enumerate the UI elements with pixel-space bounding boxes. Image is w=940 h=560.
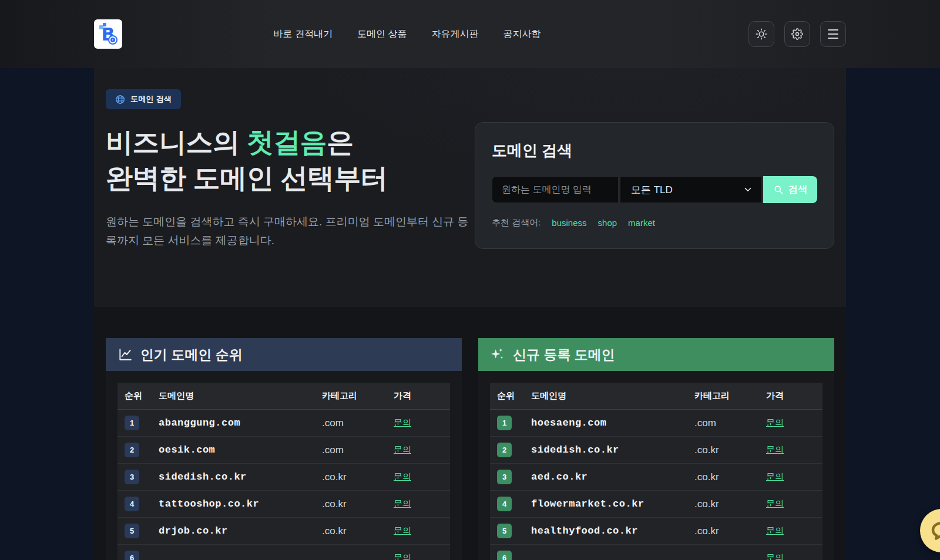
- globe-icon: [115, 95, 125, 104]
- new-domains-table: 순위 도메인명 카테고리 가격 1 hoesaeng.com .com 문의 2: [490, 383, 822, 560]
- popular-domains-title: 인기 도메인 순위: [140, 346, 243, 364]
- domain-search-badge: 도메인 검색: [106, 89, 181, 109]
- tld-selected-value: 모든 TLD: [631, 183, 673, 197]
- domain-category: .co.kr: [315, 518, 387, 545]
- table-row: 1 hoesaeng.com .com 문의: [490, 410, 822, 437]
- rank-badge: 4: [125, 497, 139, 511]
- search-icon: [773, 184, 784, 195]
- new-domains-header: 신규 등록 도메인: [478, 338, 834, 371]
- domain-category: .co.kr: [315, 491, 387, 518]
- table-row: 1 abanggung.com .com 문의: [118, 410, 450, 437]
- domain-name-input[interactable]: [492, 176, 619, 203]
- popular-domains-header: 인기 도메인 순위: [106, 338, 462, 371]
- new-domains-title: 신규 등록 도메인: [513, 346, 615, 364]
- rank-badge: 3: [125, 470, 139, 484]
- domain-name: oesik.com: [152, 437, 315, 464]
- logo-pixel-decor: [103, 23, 106, 26]
- sparkles-icon: [490, 347, 505, 362]
- column-header-domain: 도메인명: [524, 383, 687, 410]
- menu-button[interactable]: [820, 21, 846, 47]
- inquiry-link[interactable]: 문의: [766, 471, 784, 481]
- table-row: 4 tattooshop.co.kr .co.kr 문의: [118, 491, 450, 518]
- rank-badge: 4: [497, 497, 512, 511]
- theme-toggle-button[interactable]: [748, 21, 774, 47]
- rank-badge: 1: [497, 416, 512, 430]
- popular-domains-table: 순위 도메인명 카테고리 가격 1 abanggung.com .com 문의 …: [118, 383, 450, 560]
- domain-name: [524, 545, 687, 560]
- table-row: 6 문의: [490, 545, 822, 560]
- rank-badge: 1: [125, 416, 139, 430]
- search-card-title: 도메인 검색: [492, 140, 817, 161]
- rank-badge: 5: [125, 524, 139, 538]
- column-header-price: 가격: [387, 383, 450, 410]
- table-row: 3 aed.co.kr .co.kr 문의: [490, 464, 822, 491]
- nav-item-domain-products[interactable]: 도메인 상품: [357, 28, 407, 41]
- inquiry-link[interactable]: 문의: [394, 525, 411, 535]
- column-header-rank: 순위: [118, 383, 152, 410]
- domain-category: .co.kr: [687, 518, 759, 545]
- domain-category: .com: [315, 437, 387, 464]
- gear-icon: [791, 28, 803, 40]
- header-actions: [748, 21, 846, 47]
- hero-title-accent: 첫걸음: [247, 127, 327, 157]
- column-header-domain: 도메인명: [152, 383, 315, 410]
- inquiry-link[interactable]: 문의: [394, 417, 411, 427]
- inquiry-link[interactable]: 문의: [766, 552, 784, 560]
- domain-category: [687, 545, 759, 560]
- suggest-label: 추천 검색어:: [492, 217, 540, 228]
- inquiry-link[interactable]: 문의: [766, 444, 784, 454]
- hero-title: 비즈니스의 첫걸음은 완벽한 도메인 선택부터: [106, 124, 475, 196]
- domain-tables-section: 인기 도메인 순위 순위 도메인명 카테고리 가격 1 abanggung.co…: [94, 307, 846, 560]
- nav-item-notices[interactable]: 공지사항: [503, 28, 540, 41]
- inquiry-link[interactable]: 문의: [394, 552, 411, 560]
- column-header-category: 카테고리: [687, 383, 759, 410]
- domain-name: abanggung.com: [152, 410, 315, 437]
- suggest-link-shop[interactable]: shop: [598, 218, 617, 228]
- search-button[interactable]: 검색: [763, 176, 817, 203]
- domain-category: .co.kr: [687, 437, 759, 464]
- inquiry-link[interactable]: 문의: [394, 444, 411, 454]
- table-row: 6 문의: [118, 545, 450, 560]
- table-row: 4 flowermarket.co.kr .co.kr 문의: [490, 491, 822, 518]
- inquiry-link[interactable]: 문의: [394, 498, 411, 508]
- suggest-link-business[interactable]: business: [552, 218, 586, 228]
- inquiry-link[interactable]: 문의: [394, 471, 411, 481]
- domain-category: .co.kr: [315, 464, 387, 491]
- table-row: 2 sidedish.co.kr .co.kr 문의: [490, 437, 822, 464]
- settings-button[interactable]: [784, 21, 810, 47]
- domain-name: hoesaeng.com: [524, 410, 687, 437]
- domain-category: .com: [687, 410, 759, 437]
- table-row: 5 healthyfood.co.kr .co.kr 문의: [490, 518, 822, 545]
- domain-name: aed.co.kr: [524, 464, 687, 491]
- tld-select[interactable]: 모든 TLD: [620, 176, 762, 203]
- nav-item-quote[interactable]: 바로 견적내기: [274, 28, 333, 41]
- popular-domains-card: 인기 도메인 순위 순위 도메인명 카테고리 가격 1 abanggung.co…: [106, 338, 462, 560]
- domain-name: sidedish.co.kr: [152, 464, 315, 491]
- inquiry-link[interactable]: 문의: [766, 417, 784, 427]
- kakao-chat-button[interactable]: [920, 509, 940, 552]
- inquiry-link[interactable]: 문의: [766, 525, 784, 535]
- suggest-link-market[interactable]: market: [628, 218, 655, 228]
- sun-icon: [756, 28, 767, 40]
- column-header-price: 가격: [759, 383, 822, 410]
- domain-category: .co.kr: [687, 491, 759, 518]
- domain-category: [315, 545, 387, 560]
- domain-category: .co.kr: [687, 464, 759, 491]
- rank-badge: 3: [497, 470, 512, 484]
- inquiry-link[interactable]: 문의: [766, 498, 784, 508]
- hero-section: 도메인 검색 비즈니스의 첫걸음은 완벽한 도메인 선택부터 원하는 도메인을 …: [94, 68, 846, 307]
- table-row: 3 sidedish.co.kr .co.kr 문의: [118, 464, 450, 491]
- domain-search-card: 도메인 검색 모든 TLD 검색: [475, 122, 834, 249]
- suggested-keywords: 추천 검색어: business shop market: [492, 217, 817, 228]
- chart-icon: [118, 347, 133, 362]
- domain-name: healthyfood.co.kr: [524, 518, 687, 545]
- rank-badge: 2: [497, 443, 512, 457]
- domain-name: drjob.co.kr: [152, 518, 315, 545]
- rank-badge: 5: [497, 524, 512, 538]
- nav-item-free-board[interactable]: 자유게시판: [431, 28, 478, 41]
- top-navbar: B 바로 견적내기 도메인 상품 자유게시판 공지사항: [0, 0, 940, 68]
- hamburger-icon: [828, 29, 838, 39]
- chat-bubble-icon: [930, 519, 940, 542]
- rank-badge: 6: [125, 551, 139, 560]
- rank-badge: 6: [497, 551, 512, 560]
